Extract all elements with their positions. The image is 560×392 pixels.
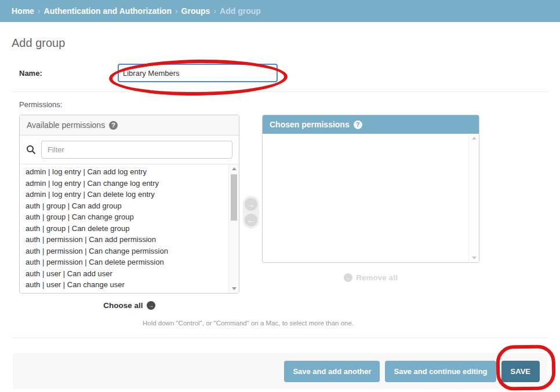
permission-option[interactable]: admin | log entry | Can add log entry bbox=[20, 166, 228, 178]
breadcrumb-separator: › bbox=[38, 6, 41, 16]
permission-option[interactable]: admin | log entry | Can delete log entry bbox=[20, 189, 228, 200]
scroll-thumb[interactable] bbox=[231, 174, 237, 221]
breadcrumb-home[interactable]: Home bbox=[12, 6, 34, 16]
submit-row: Save and add another Save and continue e… bbox=[13, 353, 547, 389]
scroll-up-icon[interactable] bbox=[472, 137, 477, 140]
available-permissions-title: Available permissions bbox=[27, 120, 105, 130]
scroll-up-icon[interactable] bbox=[232, 167, 237, 170]
chosen-permissions-list[interactable] bbox=[263, 134, 479, 262]
permission-option[interactable]: auth | user | Can add user bbox=[20, 268, 228, 280]
permission-option[interactable]: admin | log entry | Can change log entry bbox=[20, 178, 228, 189]
permission-option[interactable]: auth | group | Can delete group bbox=[20, 223, 228, 235]
available-list-scrollbar[interactable] bbox=[228, 164, 239, 293]
chosen-permissions-header: Chosen permissions ? bbox=[263, 115, 479, 134]
breadcrumb-separator: › bbox=[213, 6, 216, 16]
available-column: Available permissions ? admin | log entr… bbox=[19, 115, 239, 310]
breadcrumb-auth-app[interactable]: Authentication and Authorization bbox=[44, 6, 172, 16]
help-icon[interactable]: ? bbox=[354, 120, 362, 129]
name-form-row: Name: bbox=[12, 60, 548, 92]
remove-all-label: Remove all bbox=[356, 273, 397, 282]
breadcrumb-separator: › bbox=[175, 6, 178, 16]
filter-input[interactable] bbox=[41, 141, 232, 159]
transfer-arrow-pill: → ← bbox=[243, 196, 259, 229]
available-permissions-list[interactable]: admin | log entry | Can add log entry ad… bbox=[20, 164, 239, 293]
breadcrumb-groups[interactable]: Groups bbox=[181, 6, 210, 16]
permissions-selector: Available permissions ? admin | log entr… bbox=[19, 115, 548, 310]
chosen-permissions-title: Chosen permissions bbox=[270, 120, 350, 129]
permission-option[interactable]: auth | user | Can delete user bbox=[20, 291, 228, 294]
choose-all-label: Choose all bbox=[103, 301, 143, 310]
permission-option[interactable]: auth | group | Can change group bbox=[20, 211, 228, 223]
arrow-left-icon: ← bbox=[344, 273, 352, 282]
breadcrumb: Home › Authentication and Authorization … bbox=[0, 0, 560, 22]
add-selected-button[interactable]: → bbox=[245, 198, 257, 211]
arrow-right-icon: → bbox=[147, 301, 155, 310]
remove-selected-button[interactable]: ← bbox=[245, 214, 257, 226]
chosen-permissions-box: Chosen permissions ? bbox=[262, 115, 479, 263]
available-permissions-header: Available permissions ? bbox=[20, 115, 239, 135]
save-and-continue-editing-button[interactable]: Save and continue editing bbox=[385, 361, 496, 382]
chosen-list-scrollbar[interactable] bbox=[468, 134, 479, 262]
breadcrumb-current-page: Add group bbox=[220, 6, 261, 16]
permission-option[interactable]: auth | group | Can add group bbox=[20, 200, 228, 212]
permissions-help-text: Hold down "Control", or "Command" on a M… bbox=[19, 320, 477, 327]
section-divider bbox=[12, 338, 548, 338]
search-icon bbox=[26, 145, 36, 155]
scroll-down-icon[interactable] bbox=[232, 287, 237, 290]
permissions-label: Permissions: bbox=[19, 100, 548, 109]
permission-option[interactable]: auth | permission | Can add permission bbox=[20, 234, 228, 246]
save-and-add-another-button[interactable]: Save and add another bbox=[284, 361, 380, 382]
permissions-section: Permissions: Available permissions ? bbox=[12, 100, 548, 327]
transfer-controls: → ← bbox=[239, 115, 262, 310]
chosen-column: Chosen permissions ? ← Remove all bbox=[262, 115, 479, 282]
permission-option[interactable]: auth | user | Can change user bbox=[20, 279, 228, 291]
page-title: Add group bbox=[12, 36, 548, 50]
filter-row bbox=[20, 135, 239, 164]
save-button[interactable]: SAVE bbox=[501, 361, 540, 382]
scroll-down-icon[interactable] bbox=[472, 257, 477, 259]
permission-option[interactable]: auth | permission | Can change permissio… bbox=[20, 246, 228, 257]
permission-option[interactable]: auth | permission | Can delete permissio… bbox=[20, 257, 228, 268]
available-permissions-box: Available permissions ? admin | log entr… bbox=[19, 115, 239, 294]
choose-all-link[interactable]: Choose all → bbox=[19, 301, 239, 310]
help-icon[interactable]: ? bbox=[109, 121, 118, 130]
name-label: Name: bbox=[19, 69, 118, 78]
name-input[interactable] bbox=[118, 64, 278, 82]
remove-all-link[interactable]: ← Remove all bbox=[262, 273, 479, 282]
